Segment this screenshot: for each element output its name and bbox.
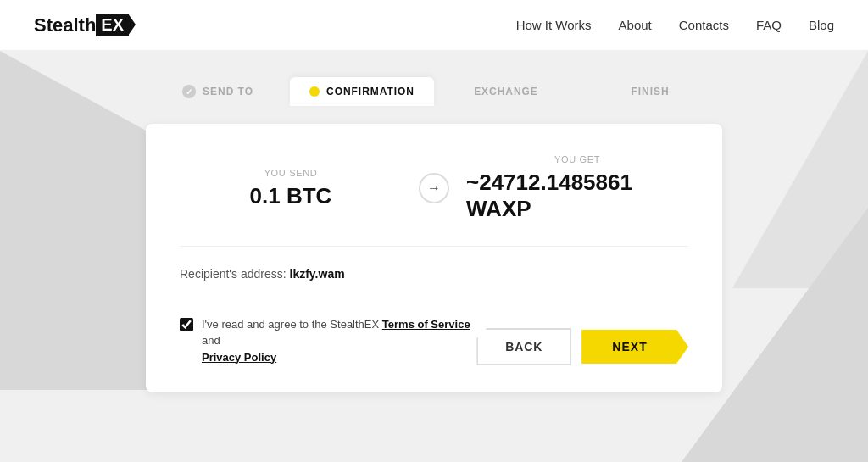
steps-bar: ✓ SEND TO CONFIRMATION EXCHANGE FINISH: [146, 76, 722, 107]
logo-ex-text: EX: [96, 14, 129, 36]
you-get-amount: ~24712.1485861 WAXP: [466, 170, 688, 222]
next-button[interactable]: NEXT: [581, 330, 688, 364]
step-send-to-indicator: ✓: [182, 85, 196, 98]
nav-about[interactable]: About: [619, 18, 652, 32]
logo-stealth-text: Stealth: [34, 14, 96, 36]
get-col: YOU GET ~24712.1485861 WAXP: [466, 154, 688, 222]
nav-blog[interactable]: Blog: [809, 18, 834, 32]
step-confirmation-indicator: [309, 86, 320, 97]
step-exchange[interactable]: EXCHANGE: [434, 77, 578, 106]
step-finish-label: FINISH: [631, 86, 669, 97]
terms-checkbox[interactable]: [180, 318, 193, 331]
step-confirmation-label: CONFIRMATION: [326, 86, 415, 97]
header: Stealth EX How It Works About Contacts F…: [0, 0, 868, 51]
terms-checkbox-row: I've read and agree to the StealthEX Ter…: [180, 316, 476, 366]
logo[interactable]: Stealth EX: [34, 14, 129, 36]
nav-contacts[interactable]: Contacts: [679, 18, 729, 32]
terms-label[interactable]: I've read and agree to the StealthEX Ter…: [202, 316, 476, 366]
step-finish[interactable]: FINISH: [578, 77, 722, 106]
you-send-amount: 0.1 BTC: [250, 183, 332, 209]
you-send-label: YOU SEND: [264, 168, 318, 178]
recipient-address: lkzfy.wam: [290, 267, 345, 281]
recipient-label: Recipient's address:: [180, 267, 287, 281]
terms-prefix: I've read and agree to the StealthEX: [202, 318, 379, 331]
nav-how-it-works[interactable]: How It Works: [516, 18, 592, 32]
send-col: YOU SEND 0.1 BTC: [180, 168, 402, 209]
main-nav: How It Works About Contacts FAQ Blog: [516, 18, 834, 32]
terms-of-service-link[interactable]: Terms of Service: [382, 318, 470, 331]
back-button[interactable]: BACK: [476, 328, 571, 365]
privacy-policy-link[interactable]: Privacy Policy: [202, 351, 276, 364]
main-content: ✓ SEND TO CONFIRMATION EXCHANGE FINISH Y…: [0, 51, 868, 418]
step-confirmation[interactable]: CONFIRMATION: [290, 77, 434, 106]
step-send-to-label: SEND TO: [203, 86, 253, 97]
you-get-label: YOU GET: [554, 154, 600, 164]
arrow-icon: →: [419, 173, 449, 203]
step-exchange-label: EXCHANGE: [474, 86, 538, 97]
confirmation-card: YOU SEND 0.1 BTC → YOU GET ~24712.148586…: [146, 124, 722, 392]
terms-middle: and: [202, 334, 220, 347]
exchange-row: YOU SEND 0.1 BTC → YOU GET ~24712.148586…: [180, 154, 688, 247]
recipient-row: Recipient's address: lkzfy.wam: [180, 267, 688, 281]
nav-faq[interactable]: FAQ: [756, 18, 782, 32]
buttons-row: BACK NEXT: [476, 328, 688, 365]
step-send-to[interactable]: ✓ SEND TO: [146, 76, 290, 107]
